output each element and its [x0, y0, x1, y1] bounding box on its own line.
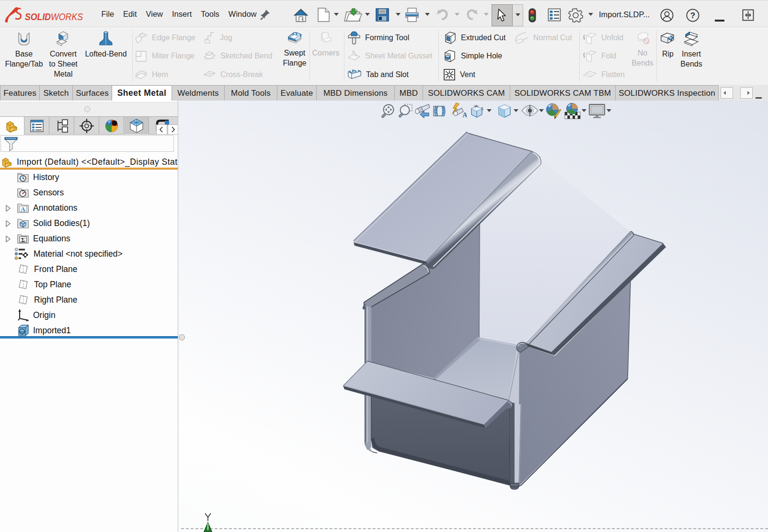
svg-text:A: A — [462, 111, 467, 119]
svg-text:Σ: Σ — [21, 236, 25, 243]
svg-text:SOLIDWORKS: SOLIDWORKS — [25, 11, 83, 22]
svg-text:A: A — [21, 205, 25, 213]
svg-text:?: ? — [690, 11, 695, 20]
